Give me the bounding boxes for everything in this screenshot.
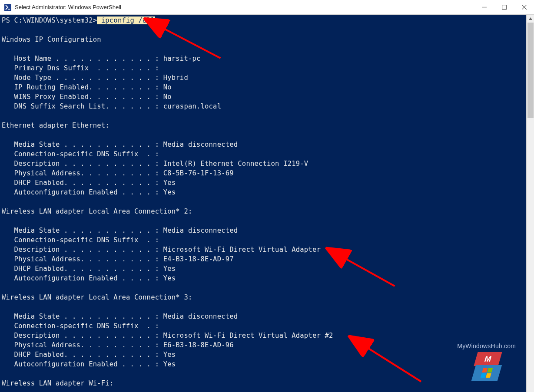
eth-head: Ethernet adapter Ethernet:	[2, 122, 109, 129]
wlan2-autoconf: Autoconfiguration Enabled . . . . : Yes	[2, 274, 176, 282]
wlan3-dhcp: DHCP Enabled. . . . . . . . . . . : Yes	[2, 351, 176, 359]
watermark-text: MyWindowsHub.com	[457, 343, 516, 349]
wlan3-phys-addr: Physical Address. . . . . . . . . : E6-B…	[2, 341, 234, 349]
maximize-button[interactable]	[494, 0, 514, 15]
minimize-button[interactable]	[474, 0, 494, 15]
wlan2-description: Description . . . . . . . . . . . : Micr…	[2, 246, 321, 254]
wlan2-conn-dns: Connection-specific DNS Suffix . :	[2, 236, 159, 244]
svg-rect-3	[502, 5, 506, 10]
powershell-window: Select Administrator: Windows PowerShell…	[0, 0, 534, 392]
terminal-wrapper: PS C:\WINDOWS\system32> ipconfig /all Wi…	[0, 15, 534, 392]
wlan3-head: Wireless LAN adapter Local Area Connecti…	[2, 293, 192, 301]
eth-conn-dns: Connection-specific DNS Suffix . :	[2, 150, 159, 158]
cfg-wins-proxy: WINS Proxy Enabled. . . . . . . . : No	[2, 93, 172, 101]
wlan3-autoconf: Autoconfiguration Enabled . . . . : Yes	[2, 360, 176, 368]
eth-phys-addr: Physical Address. . . . . . . . . : C8-5…	[2, 169, 234, 177]
scrollbar-thumb[interactable]	[527, 23, 534, 118]
section-head: Windows IP Configuration	[2, 36, 101, 43]
powershell-icon	[4, 4, 11, 11]
vertical-scrollbar[interactable]	[526, 15, 534, 392]
scroll-up-arrow-icon[interactable]	[527, 15, 534, 23]
wlan3-conn-dns: Connection-specific DNS Suffix . :	[2, 322, 159, 330]
titlebar[interactable]: Select Administrator: Windows PowerShell	[0, 0, 534, 15]
window-title: Select Administrator: Windows PowerShell	[15, 4, 121, 10]
wlan2-dhcp: DHCP Enabled. . . . . . . . . . . : Yes	[2, 265, 176, 273]
eth-description: Description . . . . . . . . . . . : Inte…	[2, 160, 308, 168]
watermark-logo-icon: M	[457, 352, 516, 381]
wlan3-media-state: Media State . . . . . . . . . . . : Medi…	[2, 313, 238, 320]
cfg-hostname: Host Name . . . . . . . . . . . . : hars…	[2, 55, 201, 63]
cfg-ip-routing: IP Routing Enabled. . . . . . . . : No	[2, 83, 172, 91]
cfg-dns-suffix: DNS Suffix Search List. . . . . . : cura…	[2, 102, 221, 110]
svg-marker-6	[529, 17, 532, 20]
cfg-node-type: Node Type . . . . . . . . . . . . : Hybr…	[2, 74, 188, 82]
wlan3-description: Description . . . . . . . . . . . : Micr…	[2, 332, 333, 339]
terminal-output[interactable]: PS C:\WINDOWS\system32> ipconfig /all Wi…	[0, 15, 526, 392]
prompt-text: PS C:\WINDOWS\system32>	[2, 16, 97, 24]
close-button[interactable]	[514, 0, 534, 15]
watermark-top-letter: M	[474, 352, 502, 366]
wlan2-phys-addr: Physical Address. . . . . . . . . : E4-B…	[2, 255, 234, 263]
cfg-primary-dns: Primary Dns Suffix . . . . . . . :	[2, 64, 159, 72]
eth-autoconf: Autoconfiguration Enabled . . . . : Yes	[2, 188, 176, 196]
wifi-head: Wireless LAN adapter Wi-Fi:	[2, 379, 113, 387]
entered-command: ipconfig /all	[97, 16, 155, 24]
watermark: MyWindowsHub.com M	[457, 343, 516, 381]
windows-logo-icon	[481, 368, 493, 378]
wlan2-head: Wireless LAN adapter Local Area Connecti…	[2, 208, 192, 215]
wlan2-media-state: Media State . . . . . . . . . . . : Medi…	[2, 227, 238, 234]
eth-dhcp: DHCP Enabled. . . . . . . . . . . : Yes	[2, 179, 176, 187]
eth-media-state: Media State . . . . . . . . . . . : Medi…	[2, 141, 238, 148]
